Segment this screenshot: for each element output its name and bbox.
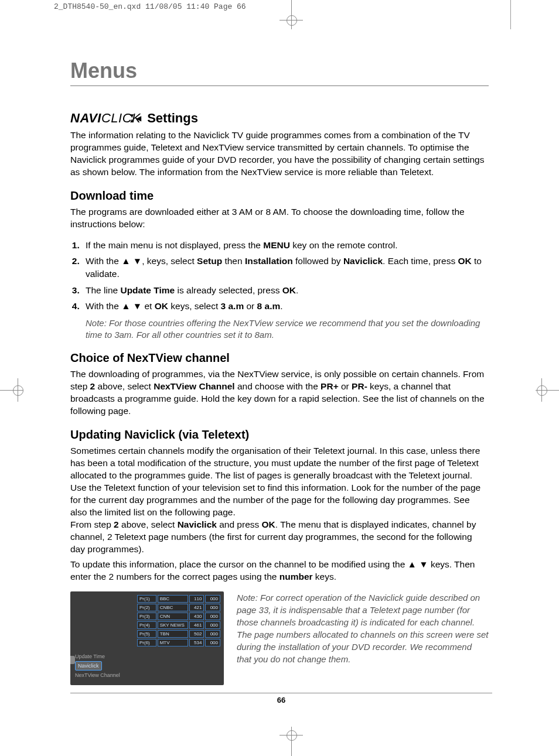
download-steps: If the main menu is not displayed, press… [70, 239, 489, 313]
sidebar-item-naviclick: Naviclick [75, 661, 102, 671]
table-row: Pr(1)BBC110000 [137, 595, 220, 603]
logo-bold: NAVI [70, 111, 101, 125]
trim-mark [510, 0, 511, 29]
table-row: Pr(6)MTV534000 [137, 639, 220, 646]
settings-heading: Settings [147, 111, 198, 126]
choice-paragraph: The downloading of programmes, via the N… [70, 368, 489, 418]
screenshot-tab-icon [70, 656, 75, 664]
step-1: If the main menu is not displayed, press… [82, 239, 489, 252]
sidebar-item-nextview: NexTView Channel [75, 671, 120, 679]
intro-paragraph: The information relating to the Naviclic… [70, 129, 489, 179]
choice-heading: Choice of NexTView channel [70, 351, 489, 365]
screenshot-channel-table: Pr(1)BBC110000 Pr(2)CNBC421000 Pr(3)CNN4… [137, 595, 220, 648]
table-row: Pr(3)CNN430000 [137, 613, 220, 620]
step-4: With the ▲ ▼ et OK keys, select 3 a.m or… [82, 300, 489, 313]
page-title: Menus [70, 59, 489, 86]
table-row: Pr(4)SKY NEWS461000 [137, 621, 220, 629]
updating-paragraph-2: To update this information, place the cu… [70, 559, 489, 583]
note-download-time: Note: For those countries offering the N… [86, 317, 489, 341]
naviclick-screenshot: Update Time Naviclick NexTView Channel P… [70, 591, 224, 685]
arrow-cluster-icon: ▼▲ [129, 114, 135, 123]
table-row: Pr(5)TBN502000 [137, 630, 220, 638]
sidebar-item-update-time: Update Time [75, 652, 120, 661]
registration-mark-right [536, 378, 559, 402]
screenshot-sidebar: Update Time Naviclick NexTView Channel [75, 652, 120, 679]
step-2: With the ▲ ▼, keys, select Setup then In… [82, 255, 489, 280]
download-time-intro: The programs are downloaded either at 3 … [70, 206, 489, 231]
updating-paragraph-1: Sometimes certain channels modify the or… [70, 445, 489, 555]
download-time-heading: Download time [70, 189, 489, 203]
step-3: The line Update Time is already selected… [82, 284, 489, 297]
printer-header: 2_DTH8540-50_en.qxd 11/08/05 11:40 Page … [54, 2, 246, 11]
registration-mark-bottom [280, 727, 303, 756]
updating-heading: Updating Naviclick (via Teletext) [70, 428, 489, 442]
left-arrow-icon: ◀ [136, 114, 141, 122]
registration-mark-left [0, 378, 23, 402]
section-heading-settings: NAVICLICK ▼▲ ◀ Settings [70, 111, 489, 126]
screenshot-caption: Note: For correct operation of the Navic… [237, 591, 489, 665]
page-number: 66 [70, 693, 492, 704]
table-row: Pr(2)CNBC421000 [137, 604, 220, 611]
